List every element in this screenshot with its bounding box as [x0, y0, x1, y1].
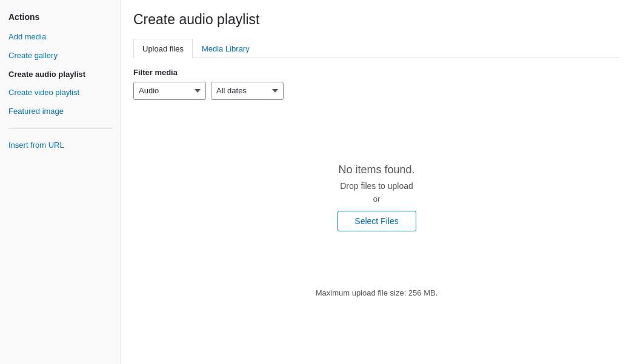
sidebar-nav: Add media Create gallery Create audio pl…: [0, 28, 121, 121]
filter-label: Filter media: [133, 68, 620, 77]
sidebar-link-create-video-playlist[interactable]: Create video playlist: [0, 84, 121, 102]
filter-section: Filter media Audio Video Images All date…: [133, 68, 620, 100]
sidebar-item-add-media[interactable]: Add media: [0, 28, 121, 47]
sidebar-heading: Actions: [0, 7, 121, 28]
drop-text: Drop files to upload: [340, 181, 413, 191]
filter-date-select[interactable]: All dates: [211, 82, 284, 100]
tab-upload-files[interactable]: Upload files: [133, 39, 193, 58]
upload-area: No items found. Drop files to upload or …: [313, 110, 441, 316]
sidebar-link-add-media[interactable]: Add media: [0, 28, 121, 47]
filter-type-select[interactable]: Audio Video Images: [133, 82, 206, 100]
sidebar-nav-bottom: Insert from URL: [0, 136, 121, 155]
sidebar-divider: [8, 128, 112, 129]
page-title: Create audio playlist: [133, 11, 620, 29]
sidebar: Actions Add media Create gallery Create …: [0, 0, 121, 364]
app-layout: Actions Add media Create gallery Create …: [0, 0, 632, 364]
no-items-text: No items found.: [338, 164, 414, 176]
sidebar-link-featured-image[interactable]: Featured image: [0, 102, 121, 121]
sidebar-item-create-video-playlist[interactable]: Create video playlist: [0, 84, 121, 102]
tab-media-library[interactable]: Media Library: [193, 39, 259, 58]
sidebar-item-insert-from-url[interactable]: Insert from URL: [0, 136, 121, 155]
select-files-button[interactable]: Select Files: [338, 211, 416, 231]
or-text: or: [373, 194, 381, 204]
max-upload-text: Maximum upload file size: 256 MB.: [316, 288, 438, 297]
upload-area-wrapper: No items found. Drop files to upload or …: [133, 110, 620, 316]
main-content: Create audio playlist Upload files Media…: [121, 0, 632, 364]
sidebar-link-insert-from-url[interactable]: Insert from URL: [0, 136, 121, 155]
sidebar-item-create-gallery[interactable]: Create gallery: [0, 47, 121, 65]
sidebar-item-create-audio-playlist: Create audio playlist: [0, 65, 121, 84]
sidebar-link-create-audio-playlist: Create audio playlist: [0, 65, 121, 84]
sidebar-link-create-gallery[interactable]: Create gallery: [0, 47, 121, 65]
tabs-bar: Upload files Media Library: [133, 39, 620, 58]
sidebar-item-featured-image[interactable]: Featured image: [0, 102, 121, 121]
filter-controls: Audio Video Images All dates: [133, 82, 620, 100]
